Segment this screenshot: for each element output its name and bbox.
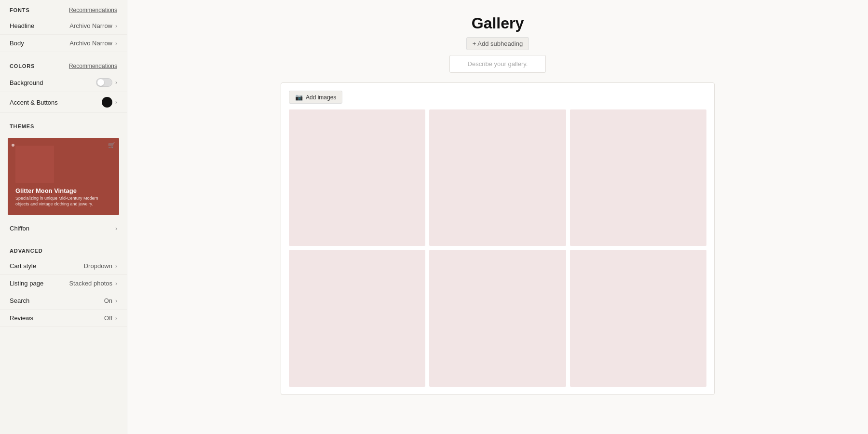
reviews-label: Reviews [10,314,33,322]
headline-label: Headline [10,22,34,29]
gallery-title-input[interactable] [305,14,691,32]
accent-color-dot[interactable] [102,97,112,108]
headline-value: Archivo Narrow › [69,22,117,29]
listing-page-label: Listing page [10,280,43,287]
advanced-label: ADVANCED [10,248,43,254]
gallery-cell[interactable] [429,109,566,246]
search-chevron-icon: › [115,298,117,304]
background-row[interactable]: Background › [0,73,127,92]
theme-shop-name: Glitter Moon Vintage [15,187,111,194]
cart-style-label: Cart style [10,262,36,270]
gallery-cell[interactable] [289,250,425,386]
search-label: Search [10,297,29,304]
advanced-section: ADVANCED [0,241,127,258]
colors-label: COLORS [10,63,35,69]
background-controls: › [96,78,117,87]
accent-controls: › [102,97,117,108]
listing-page-value: Stacked photos › [69,280,117,287]
chiffon-label: Chiffon [10,225,29,232]
theme-cart-icon: 🛒 [108,142,115,149]
background-toggle[interactable] [96,78,112,87]
gallery-container: 📷 Add images [281,82,715,395]
search-row[interactable]: Search On › [0,292,127,310]
theme-card[interactable]: 🛒 Glitter Moon Vintage Specializing in u… [7,137,120,216]
cart-style-row[interactable]: Cart style Dropdown › [0,258,127,275]
gallery-description: Describe your gallery. [449,55,546,73]
gallery-cell[interactable] [429,250,566,386]
gallery-grid [289,109,706,387]
colors-section-header: COLORS Recommendations [0,56,127,73]
reviews-chevron-icon: › [115,315,117,322]
background-chevron-icon: › [115,79,117,86]
accent-label: Accent & Buttons [10,99,58,106]
body-value: Archivo Narrow › [69,40,117,47]
chiffon-row[interactable]: Chiffon › [0,220,127,237]
themes-label: THEMES [10,123,34,129]
main-content: + Add subheading Describe your gallery. … [127,0,868,434]
body-row[interactable]: Body Archivo Narrow › [0,35,127,52]
headline-chevron-icon: › [115,23,117,29]
sidebar: FONTS Recommendations Headline Archivo N… [0,0,127,434]
headline-row[interactable]: Headline Archivo Narrow › [0,17,127,35]
search-value: On › [104,297,117,304]
listing-page-row[interactable]: Listing page Stacked photos › [0,275,127,292]
theme-card-preview: 🛒 Glitter Moon Vintage Specializing in u… [8,138,119,215]
add-images-button[interactable]: 📷 Add images [289,91,342,104]
camera-icon: 📷 [295,94,303,101]
body-label: Body [10,40,24,47]
body-chevron-icon: › [115,40,117,47]
accent-chevron-icon: › [115,99,117,106]
fonts-recommendations-link[interactable]: Recommendations [69,7,117,14]
theme-card-text: Glitter Moon Vintage Specializing in uni… [15,187,111,207]
theme-preview-image [15,146,54,183]
fonts-section-header: FONTS Recommendations [0,0,127,17]
listing-page-chevron-icon: › [115,280,117,287]
accent-row[interactable]: Accent & Buttons › [0,92,127,113]
chiffon-chevron-icon: › [115,225,117,232]
gallery-cell[interactable] [570,109,706,246]
gallery-header: + Add subheading Describe your gallery. [305,14,691,73]
cart-style-chevron-icon: › [115,263,117,270]
theme-shop-tagline: Specializing in unique Mid-Century Moder… [15,195,111,207]
background-label: Background [10,79,43,86]
toggle-knob [97,79,104,86]
add-subheading-button[interactable]: + Add subheading [466,37,529,50]
gallery-cell[interactable] [289,109,425,246]
themes-section: THEMES [0,117,127,133]
fonts-label: FONTS [10,7,30,13]
theme-card-toolbar: 🛒 [12,142,115,149]
colors-recommendations-link[interactable]: Recommendations [69,63,117,69]
reviews-row[interactable]: Reviews Off › [0,310,127,327]
reviews-value: Off › [104,314,117,322]
theme-dot-icon [12,144,14,147]
gallery-cell[interactable] [570,250,706,386]
cart-style-value: Dropdown › [84,262,117,270]
